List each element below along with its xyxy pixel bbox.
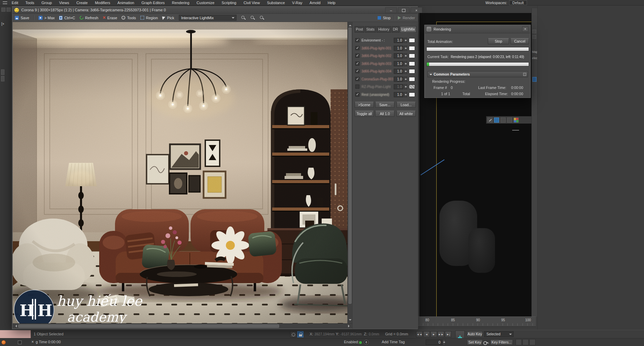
tab-post[interactable]: Post [355, 26, 364, 33]
lightmix-value-field[interactable]: 1.0 [394, 84, 403, 89]
lightmix-checkbox[interactable] [355, 38, 359, 42]
vertical-scrollbar[interactable] [347, 22, 352, 323]
enabled-indicator-icon[interactable] [359, 341, 362, 344]
z-coordinate-field[interactable]: 0.0mm [369, 332, 379, 336]
menu-animation[interactable]: Animation [117, 1, 134, 5]
maximize-viewport-icon[interactable] [529, 339, 536, 345]
lightmix-checkbox[interactable] [355, 85, 359, 89]
key-mode-icon[interactable] [483, 341, 488, 345]
lightmix-value-field[interactable]: 1.0 [394, 53, 403, 58]
render-button[interactable]: Render [398, 16, 415, 20]
selection-lock-icon[interactable] [297, 331, 303, 337]
lightmix-checkbox[interactable] [355, 92, 359, 97]
maximize-button[interactable] [398, 7, 410, 13]
lightmix-value-field[interactable]: 1.0 [394, 92, 403, 97]
spinner-icon[interactable] [404, 84, 407, 89]
layout-icon[interactable] [507, 118, 512, 123]
toolbar-icon-fragment[interactable] [7, 8, 11, 12]
scene-button[interactable]: >Scene [355, 102, 374, 108]
selection-set-dropdown[interactable]: Selected [484, 331, 514, 337]
region-button[interactable]: Region [140, 16, 158, 20]
menu-scripting[interactable]: Scripting [222, 1, 237, 5]
add-time-tag[interactable]: Add Time Tag [382, 340, 405, 344]
tab-stats[interactable]: Stats [365, 26, 376, 33]
save-lightmix-button[interactable]: Save... [375, 102, 394, 108]
menu-rendering[interactable]: Rendering [172, 1, 189, 5]
toolbar-icon-fragment[interactable] [1, 76, 4, 81]
toolbar-icon-fragment[interactable] [1, 8, 5, 12]
menu-civil-view[interactable]: Civil View [243, 1, 260, 5]
menu-substance[interactable]: Substance [267, 1, 285, 5]
previous-frame-button[interactable]: ◄ [423, 331, 430, 337]
toolbar-icon-fragment[interactable] [1, 69, 4, 75]
close-button[interactable]: × [411, 7, 422, 13]
save-button[interactable]: Save [15, 16, 29, 20]
stop-button[interactable]: Stop [488, 38, 509, 44]
color-swatch[interactable] [409, 38, 415, 43]
common-parameters-rollout[interactable]: Common Parameters [427, 71, 528, 77]
tab-history[interactable]: History [377, 26, 391, 33]
horizontal-scrollbar[interactable] [13, 323, 352, 328]
color-swatch[interactable] [409, 62, 415, 66]
spinner-icon[interactable] [404, 77, 407, 82]
x-coordinate-field[interactable]: 3927.194mm [314, 332, 334, 336]
lightmix-value-field[interactable]: 1.0 [394, 61, 403, 66]
menu-arnold[interactable]: Arnold [310, 1, 321, 5]
menu-views[interactable]: Views [59, 1, 69, 5]
spinner-icon[interactable] [404, 38, 407, 43]
menu-vray[interactable]: V-Ray [292, 1, 302, 5]
stop-render-button[interactable]: Stop [378, 16, 391, 20]
spinner-icon[interactable] [404, 69, 407, 74]
lightmix-value-field[interactable]: 1.0 [394, 77, 403, 82]
all-white-button[interactable]: All white [396, 111, 416, 117]
menu-help[interactable]: Help [328, 1, 336, 5]
spinner-icon[interactable] [442, 339, 446, 345]
rendered-image[interactable]: H H huy hiếu lee academy [13, 22, 347, 323]
app-menu-icon[interactable] [3, 1, 7, 4]
grid-icon[interactable] [501, 118, 506, 123]
lightmix-value-field[interactable]: 1.0 [394, 38, 403, 43]
panel-icon-fragment[interactable] [532, 35, 536, 39]
spinner-icon[interactable] [404, 53, 407, 58]
color-swatch[interactable] [409, 85, 415, 89]
spinner-icon[interactable] [404, 92, 407, 97]
lightmix-checkbox[interactable] [355, 54, 359, 58]
next-frame-button[interactable]: ►► [438, 331, 444, 337]
erase-button[interactable]: Erase [103, 16, 117, 20]
color-swatch[interactable] [409, 69, 415, 74]
vfb-title-bar[interactable]: Corona 9 | 3000×1875px (1:2) | Camera: 3… [12, 7, 417, 14]
viewport-overlay-label[interactable]: [+ [1, 22, 4, 26]
auto-key-button[interactable]: Auto Key [467, 331, 483, 337]
scroll-down-icon[interactable] [349, 319, 352, 322]
color-swatch[interactable] [409, 54, 415, 58]
color-swatch[interactable] [409, 92, 415, 97]
vertical-scrollbar-thumb[interactable] [348, 27, 352, 304]
scroll-left-icon[interactable] [14, 325, 17, 327]
go-to-start-button[interactable]: ◄◄ [416, 331, 423, 337]
scroll-right-icon[interactable] [348, 325, 351, 327]
tools-button[interactable]: Tools [122, 16, 136, 20]
highlighted-item-fragment[interactable] [532, 77, 537, 82]
panel-icon-fragment[interactable] [532, 30, 536, 33]
wrench-icon[interactable] [487, 118, 493, 123]
frame-number-field[interactable]: 0 [426, 339, 442, 345]
spinner-icon[interactable] [404, 46, 407, 51]
rendering-dialog-title-bar[interactable]: Rendering × [425, 25, 530, 33]
tray-checkbox[interactable] [18, 341, 22, 344]
menu-modifiers[interactable]: Modifiers [95, 1, 110, 5]
play-button[interactable]: ► [430, 331, 437, 337]
horizontal-scrollbar-thumb[interactable] [18, 324, 279, 328]
menu-graph-editors[interactable]: Graph Editors [141, 1, 165, 5]
toggle-all-button[interactable]: Toggle all [355, 111, 374, 117]
send-to-max-button[interactable]: > Max [38, 16, 55, 20]
menu-create[interactable]: Create [76, 1, 88, 5]
menu-tools[interactable]: Tools [25, 1, 34, 5]
lightmix-value-field[interactable]: 1.0 [394, 69, 403, 74]
menu-customize[interactable]: Customize [197, 1, 215, 5]
rollout-pin-icon[interactable] [523, 73, 526, 76]
lightmix-checkbox[interactable] [355, 77, 359, 81]
corona-tray-icon[interactable] [1, 340, 6, 345]
pan-view-icon[interactable] [516, 339, 522, 345]
zoom-in-icon[interactable] [260, 15, 264, 20]
zoom-out-icon[interactable] [250, 15, 255, 20]
